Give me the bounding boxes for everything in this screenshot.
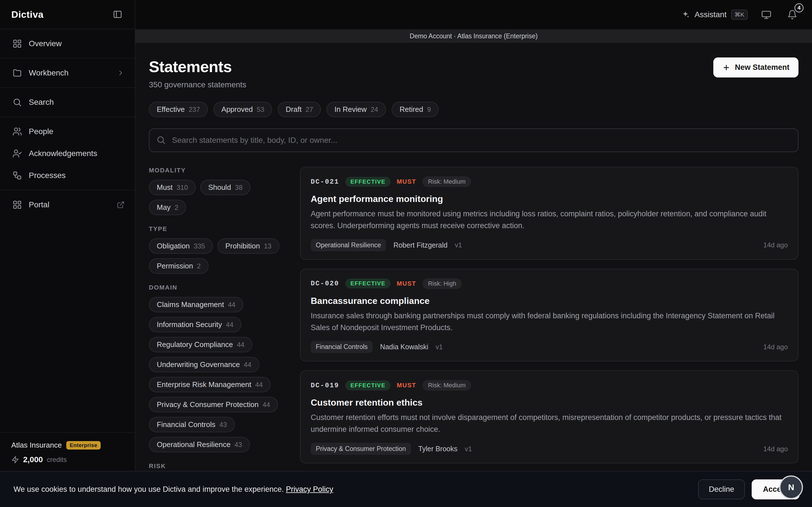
- type-filter-chip[interactable]: Prohibition 13: [217, 238, 280, 254]
- decline-button[interactable]: Decline: [698, 480, 745, 499]
- sidebar-item-label: People: [29, 127, 53, 136]
- statement-title: Agent performance monitoring: [311, 194, 788, 204]
- domain-filter-chip[interactable]: Financial Controls 43: [149, 417, 235, 432]
- sparkles-icon: [681, 10, 690, 19]
- statement-domain-chip[interactable]: Privacy & Consumer Protection: [311, 443, 411, 455]
- statement-body: Agent performance must be monitored usin…: [311, 208, 788, 232]
- chip-count: 13: [264, 242, 271, 250]
- chip-count: 237: [189, 106, 200, 114]
- domain-filter-chip[interactable]: Enterprise Risk Management 44: [149, 377, 271, 392]
- sidebar-item-workbench[interactable]: Workbench: [0, 62, 135, 84]
- status-filter-chip[interactable]: Draft 27: [278, 102, 321, 117]
- statement-updated: 14d ago: [763, 241, 788, 249]
- modality-badge: MUST: [397, 280, 416, 287]
- chip-count: 44: [226, 321, 234, 329]
- domain-filter-chip[interactable]: Operational Resilience 43: [149, 437, 250, 452]
- statement-card[interactable]: DC-021 EFFECTIVE MUST Risk: Medium Agent…: [300, 167, 799, 260]
- sidebar-item-overview[interactable]: Overview: [0, 33, 135, 55]
- chip-label: Privacy & Consumer Protection: [157, 400, 259, 409]
- chip-label: Must: [157, 183, 172, 192]
- chip-count: 310: [176, 184, 188, 191]
- sidebar-nav: Overview Workbench: [0, 29, 135, 432]
- sidebar-item-label: Search: [29, 98, 54, 107]
- chip-label: Obligation: [157, 242, 190, 250]
- chip-label: Claims Management: [157, 300, 224, 309]
- statement-body: Customer retention efforts must not invo…: [311, 412, 788, 436]
- chip-count: 9: [427, 106, 431, 114]
- domain-filter-chip[interactable]: Regulatory Compliance 44: [149, 337, 252, 352]
- status-filter-chip[interactable]: Approved 53: [213, 102, 272, 117]
- statement-owner: Tyler Brooks: [418, 445, 458, 453]
- assistant-button[interactable]: Assistant ⌘K: [681, 10, 748, 20]
- privacy-policy-link[interactable]: Privacy Policy: [286, 485, 333, 494]
- sidebar-item-processes[interactable]: Processes: [0, 165, 135, 186]
- chip-count: 43: [219, 421, 227, 429]
- user-avatar[interactable]: N: [779, 475, 803, 499]
- notifications-button[interactable]: 4: [785, 7, 800, 22]
- statement-card-footer: Privacy & Consumer Protection Tyler Broo…: [311, 443, 788, 455]
- modality-filter-chip[interactable]: May 2: [149, 200, 186, 215]
- sidebar-item-portal[interactable]: Portal: [0, 194, 135, 216]
- filter-section-type: TYPE Obligation 335: [149, 225, 284, 274]
- status-filter-chip[interactable]: Effective 237: [149, 102, 208, 117]
- type-filter-chip[interactable]: Obligation 335: [149, 238, 213, 254]
- status-filter-chip[interactable]: In Review 24: [326, 102, 386, 117]
- domain-filter-chip[interactable]: Information Security 44: [149, 317, 241, 332]
- credits-label: credits: [47, 456, 67, 464]
- filter-section-title: RISK: [149, 462, 284, 470]
- sidebar-item-label: Overview: [29, 39, 62, 48]
- statement-domain-chip[interactable]: Financial Controls: [311, 341, 373, 353]
- modality-filter-chip[interactable]: Should 38: [200, 180, 250, 195]
- statement-id: DC-021: [311, 178, 339, 186]
- sidebar-item-label: Portal: [29, 200, 49, 209]
- panel-left-icon: [113, 10, 122, 19]
- sidebar-item-search[interactable]: Search: [0, 91, 135, 113]
- statement-id: DC-019: [311, 382, 339, 389]
- sidebar-item-people[interactable]: People: [0, 121, 135, 143]
- environment-banner-text: Demo Account · Atlas Insurance (Enterpri…: [410, 33, 538, 40]
- search-input[interactable]: [149, 128, 799, 152]
- chip-count: 43: [235, 441, 242, 449]
- risk-badge: Risk: High: [422, 278, 462, 289]
- sidebar-item-acknowledgements[interactable]: Acknowledgements: [0, 143, 135, 165]
- filter-section-modality: MODALITY Must 310 S: [149, 167, 284, 215]
- search-bar: [149, 128, 799, 152]
- chip-label: Retired: [400, 105, 423, 114]
- statement-title: Customer retention ethics: [311, 397, 788, 408]
- external-link-icon: [117, 201, 124, 209]
- status-filter-chip[interactable]: Retired 9: [392, 102, 439, 117]
- assistant-label: Assistant: [695, 10, 726, 19]
- domain-filter-chip[interactable]: Privacy & Consumer Protection 44: [149, 397, 278, 412]
- statement-updated: 14d ago: [763, 445, 788, 453]
- domain-filter-chip[interactable]: Claims Management 44: [149, 297, 243, 313]
- filter-section-title: MODALITY: [149, 167, 284, 174]
- workspace-name: Atlas Insurance: [11, 441, 62, 450]
- user-check-icon: [12, 149, 22, 158]
- sidebar-item-label: Workbench: [29, 68, 68, 77]
- risk-badge: Risk: Medium: [422, 176, 471, 187]
- new-statement-button[interactable]: New Statement: [713, 57, 799, 77]
- notification-count-badge: 4: [795, 3, 804, 12]
- filter-section-title: TYPE: [149, 225, 284, 233]
- modality-filter-chip[interactable]: Must 310: [149, 180, 196, 195]
- chip-label: Enterprise Risk Management: [157, 380, 251, 389]
- topbar-actions: Assistant ⌘K 4: [135, 0, 812, 29]
- type-filter-chip[interactable]: Permission 2: [149, 258, 209, 274]
- sidebar-collapse-button[interactable]: [110, 7, 124, 21]
- domain-filter-chip[interactable]: Underwriting Governance 44: [149, 357, 259, 372]
- sidebar-item-label: Acknowledgements: [29, 149, 97, 158]
- status-badge: EFFECTIVE: [345, 177, 391, 187]
- chip-count: 53: [257, 106, 264, 114]
- modality-badge: MUST: [397, 382, 416, 389]
- display-button[interactable]: [759, 7, 774, 22]
- statement-card[interactable]: DC-019 EFFECTIVE MUST Risk: Medium Custo…: [300, 371, 799, 463]
- chip-count: 44: [255, 381, 263, 389]
- folder-icon: [12, 68, 22, 78]
- statement-domain-chip[interactable]: Operational Resilience: [311, 239, 386, 251]
- statement-card[interactable]: DC-020 EFFECTIVE MUST Risk: High Bancass…: [300, 269, 799, 362]
- statement-owner: Robert Fitzgerald: [393, 241, 448, 249]
- chip-label: In Review: [335, 105, 366, 114]
- brand-logo[interactable]: Dictiva: [11, 9, 43, 20]
- statement-version: v1: [465, 445, 472, 453]
- environment-banner: Demo Account · Atlas Insurance (Enterpri…: [135, 29, 812, 43]
